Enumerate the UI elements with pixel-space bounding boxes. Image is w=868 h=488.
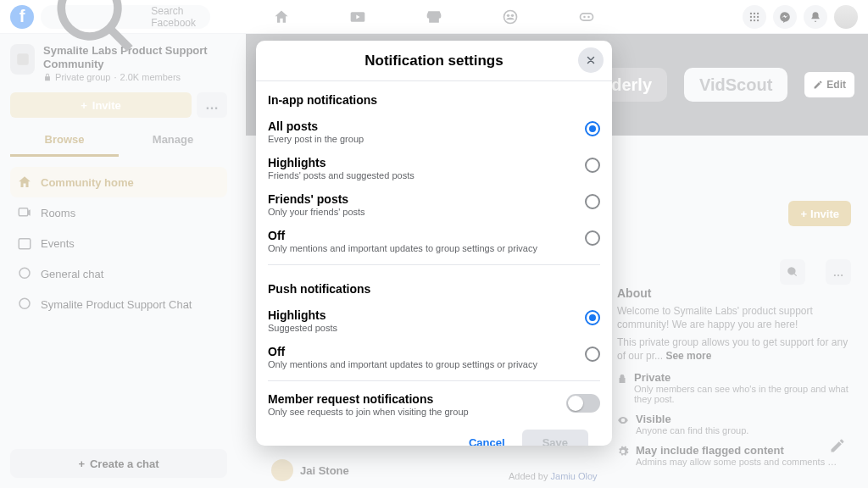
feed-name-2: Jamiu Oloy: [551, 471, 598, 481]
facebook-logo[interactable]: f: [10, 5, 34, 29]
radio-friends-posts[interactable]: [585, 194, 600, 209]
svg-rect-17: [19, 239, 31, 249]
bell-icon[interactable]: [804, 5, 827, 29]
save-button[interactable]: Save: [522, 430, 588, 446]
center-nav: [273, 8, 595, 25]
radio-all-posts[interactable]: [585, 121, 600, 136]
compose-icon[interactable]: [829, 437, 846, 458]
search-placeholder: Search Facebook: [151, 5, 202, 29]
svg-point-8: [757, 12, 759, 14]
svg-point-13: [754, 19, 755, 20]
home-icon[interactable]: [273, 8, 290, 25]
about-welcome: Welcome to Symalite Labs' product suppor…: [617, 305, 854, 331]
svg-point-0: [504, 10, 517, 23]
notification-settings-modal: Notification settings In-app notificatio…: [256, 41, 612, 446]
svg-point-12: [750, 19, 752, 20]
option-all-posts[interactable]: All postsEvery post in the group: [268, 114, 600, 150]
radio-inapp-off[interactable]: [585, 230, 600, 246]
feed-name-1: Jai Stone: [300, 464, 349, 477]
svg-point-1: [507, 14, 509, 16]
tab-manage[interactable]: Manage: [119, 133, 227, 157]
pencil-icon: [813, 80, 823, 90]
main-invite-button[interactable]: +Invite: [788, 201, 851, 226]
group-members: 2.0K members: [120, 72, 181, 82]
menu-icon[interactable]: [743, 5, 766, 29]
see-more-link[interactable]: See more: [665, 350, 711, 362]
chat-icon: [17, 297, 32, 312]
search-group-button[interactable]: [780, 259, 805, 285]
sidebar-item-support-chat[interactable]: Symalite Product Support Chat: [10, 289, 227, 319]
option-push-highlights[interactable]: HighlightsSuggested posts: [268, 302, 600, 339]
edit-cover-button[interactable]: Edit: [804, 72, 854, 97]
invite-button[interactable]: +Invite: [10, 92, 192, 118]
svg-point-7: [754, 12, 755, 14]
close-icon: [585, 54, 597, 66]
svg-rect-3: [581, 13, 593, 19]
svg-point-11: [757, 15, 759, 17]
video-icon[interactable]: [349, 8, 366, 25]
cancel-button[interactable]: Cancel: [460, 430, 514, 446]
svg-rect-15: [17, 53, 29, 65]
marketplace-icon[interactable]: [426, 8, 442, 25]
option-member-requests[interactable]: Member request notificationsOnly see req…: [268, 386, 600, 423]
search-icon: [49, 0, 146, 65]
about-heading: About: [617, 286, 854, 300]
option-highlights[interactable]: HighlightsFriends' posts and suggested p…: [268, 150, 600, 186]
create-chat-button[interactable]: +Create a chat: [10, 449, 227, 478]
radio-highlights[interactable]: [585, 158, 600, 173]
gaming-icon[interactable]: [578, 8, 595, 25]
svg-point-6: [750, 12, 752, 14]
messenger-icon[interactable]: [773, 5, 797, 29]
search-input[interactable]: Search Facebook: [41, 5, 210, 29]
tab-browse[interactable]: Browse: [10, 133, 119, 157]
about-panel: About Welcome to Symalite Labs' product …: [617, 286, 854, 467]
cover-text-2: VidScout: [684, 68, 787, 102]
account-avatar[interactable]: [834, 5, 858, 29]
svg-point-5: [587, 15, 590, 18]
group-privacy: Private group: [55, 72, 110, 82]
svg-point-14: [757, 19, 759, 20]
section-inapp: In-app notifications: [268, 81, 600, 114]
lock-icon: [617, 373, 627, 385]
group-more-button[interactable]: …: [826, 259, 851, 285]
option-inapp-off[interactable]: OffOnly mentions and important updates t…: [268, 223, 600, 259]
lock-icon: [43, 73, 52, 81]
svg-rect-16: [19, 208, 28, 216]
section-push: Push notifications: [268, 270, 600, 302]
group-thumbnail[interactable]: [10, 44, 35, 75]
close-button[interactable]: [578, 47, 604, 73]
svg-point-4: [583, 15, 586, 18]
option-friends-posts[interactable]: Friends' postsOnly your friends' posts: [268, 186, 600, 223]
radio-push-off[interactable]: [585, 347, 600, 362]
left-sidebar: Symalite Labs Product Support Community …: [0, 34, 237, 488]
calendar-icon: [17, 236, 32, 251]
sidebar-item-general-chat[interactable]: General chat: [10, 258, 227, 289]
svg-point-9: [750, 15, 752, 17]
groups-icon[interactable]: [502, 8, 519, 25]
rooms-icon: [17, 205, 32, 220]
radio-push-highlights[interactable]: [585, 310, 600, 325]
chat-icon: [17, 266, 32, 281]
home-icon: [17, 175, 32, 190]
modal-title: Notification settings: [364, 53, 503, 69]
right-nav: [743, 5, 858, 29]
eye-icon: [617, 414, 629, 426]
svg-point-18: [19, 268, 30, 278]
more-button[interactable]: …: [197, 92, 227, 118]
top-navbar: f Search Facebook: [0, 0, 868, 34]
svg-point-10: [754, 15, 755, 17]
svg-point-2: [511, 14, 514, 16]
toggle-member-requests[interactable]: [566, 394, 600, 413]
sidebar-item-community-home[interactable]: Community home: [10, 167, 227, 197]
option-push-off[interactable]: OffOnly mentions and important updates t…: [268, 339, 600, 375]
sidebar-item-events[interactable]: Events: [10, 228, 227, 258]
svg-point-19: [19, 298, 30, 308]
sidebar-item-rooms[interactable]: Rooms: [10, 197, 227, 228]
gear-icon: [617, 446, 629, 458]
